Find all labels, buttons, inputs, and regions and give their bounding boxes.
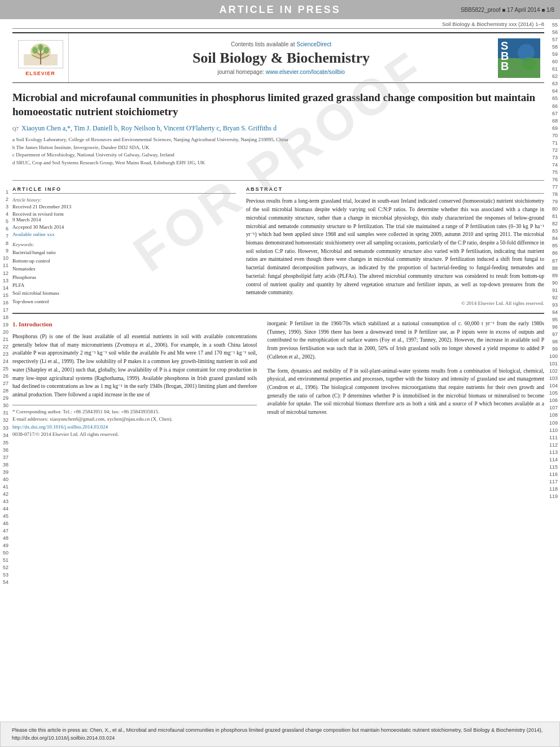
q7-marker: Q7 bbox=[12, 126, 19, 132]
sciencedirect-line: Contents lists available at ScienceDirec… bbox=[231, 41, 331, 47]
doi-line: Soil Biology & Biochemistry xxx (2014) 1… bbox=[12, 19, 544, 29]
intro-para-1: Phosphorus (P) is one of the least avail… bbox=[12, 333, 257, 399]
journal-logo-right: S B B bbox=[493, 33, 544, 82]
keyword-item: Nematodes bbox=[12, 265, 236, 273]
footnote-area: * Corresponding author. Tel.: +86 258439… bbox=[12, 405, 257, 439]
top-banner: ARTICLE IN PRESS SBB5822_proof ■ 17 Apri… bbox=[0, 0, 560, 19]
svg-point-8 bbox=[43, 47, 49, 54]
bottom-citation: Please cite this article in press as: Ch… bbox=[0, 722, 560, 747]
keyword-item: Top-down control bbox=[12, 298, 236, 305]
page: ARTICLE IN PRESS SBB5822_proof ■ 17 Apri… bbox=[0, 0, 560, 747]
affiliations: a Soil Ecology Laboratory, College of Re… bbox=[12, 136, 544, 167]
article-in-press-label: ARTICLE IN PRESS bbox=[219, 4, 340, 16]
keyword-item: Soil microbial biomass bbox=[12, 289, 236, 297]
keyword-item: PLFA bbox=[12, 281, 236, 289]
main-content: Soil Biology & Biochemistry xxx (2014) 1… bbox=[0, 19, 560, 722]
abstract-label: ABSTRACT bbox=[246, 186, 544, 194]
proof-info: SBB5822_proof ■ 17 April 2014 ■ 1/8 bbox=[461, 7, 554, 13]
sciencedirect-link[interactable]: ScienceDirect bbox=[296, 41, 331, 47]
footnote-corresponding: * Corresponding author. Tel.: +86 258439… bbox=[12, 408, 257, 416]
keywords-label: Keywords: bbox=[12, 242, 236, 247]
article-title-section: Microbial and microfaunal communities in… bbox=[12, 83, 544, 173]
sbb-logo: S B B bbox=[498, 38, 540, 78]
journal-center: Contents lists available at ScienceDirec… bbox=[69, 33, 493, 82]
abstract-col: ABSTRACT Previous results from a long-te… bbox=[246, 186, 544, 306]
journal-header: ELSEVIER Contents lists available at Sci… bbox=[12, 32, 544, 83]
journal-homepage-link[interactable]: www.elsevier.com/locate/soilbio bbox=[266, 69, 345, 75]
svg-text:B: B bbox=[501, 60, 509, 72]
body-col-left: 1. Introduction Phosphorus (P) is one of… bbox=[12, 320, 257, 439]
elsevier-logo-box bbox=[18, 40, 63, 68]
article-info-label: ARTICLE INFO bbox=[12, 186, 236, 194]
intro-heading: 1. Introduction bbox=[12, 320, 257, 329]
article-info-abstract: ARTICLE INFO Article history: Received 2… bbox=[12, 180, 544, 306]
received-value: Received 21 December 2013 bbox=[12, 204, 236, 209]
elsevier-text: ELSEVIER bbox=[25, 71, 55, 76]
authors-text: Xiaoyun Chen a,*, Tim J. Daniell b, Roy … bbox=[21, 124, 277, 132]
authors-line: Q7 Xiaoyun Chen a,*, Tim J. Daniell b, R… bbox=[12, 124, 544, 133]
svg-point-9 bbox=[38, 44, 43, 51]
journal-logo-left: ELSEVIER bbox=[12, 33, 69, 82]
body-section: 1. Introduction Phosphorus (P) is one of… bbox=[12, 313, 544, 439]
keyword-item: Bottom-up control bbox=[12, 257, 236, 265]
body-col-right: inorganic P fertiliser in the 1960/70s w… bbox=[267, 320, 544, 439]
received-revised-value: Received in revised form9 March 2014 bbox=[12, 211, 236, 222]
accepted-value: Accepted 30 March 2014 bbox=[12, 224, 236, 230]
copyright-line: © 2014 Elsevier Ltd. All rights reserved… bbox=[246, 300, 544, 306]
svg-point-16 bbox=[522, 57, 536, 71]
footnote-doi[interactable]: http://dx.doi.org/10.1016/j.soilbio.2014… bbox=[12, 423, 257, 431]
svg-point-7 bbox=[32, 47, 38, 54]
article-title: Microbial and microfaunal communities in… bbox=[12, 91, 544, 119]
keyword-list: Bacterial/fungal ratioBottom-up controlN… bbox=[12, 248, 236, 305]
journal-title: Soil Biology & Biochemistry bbox=[193, 50, 370, 67]
intro-para-right-2: The form, dynamics and mobility of P in … bbox=[267, 367, 544, 417]
footnote-email: E-mail addresses: xiaoyunchen6@gmail.com… bbox=[12, 416, 257, 423]
history-label: Article history: bbox=[12, 197, 236, 203]
keyword-item: Phosphorus bbox=[12, 273, 236, 281]
keyword-item: Bacterial/fungal ratio bbox=[12, 248, 236, 256]
article-info-col: ARTICLE INFO Article history: Received 2… bbox=[12, 186, 236, 306]
journal-homepage: journal homepage: www.elsevier.com/locat… bbox=[217, 69, 345, 75]
left-line-numbers: 1234567891011121314151617181920212223242… bbox=[0, 189, 10, 587]
intro-para-right-1: inorganic P fertiliser in the 1960/70s w… bbox=[267, 320, 544, 361]
available-value: Available online xxx bbox=[12, 231, 236, 237]
footnote-issn: 0038-0717/© 2014 Elsevier Ltd. All right… bbox=[12, 431, 257, 439]
abstract-text: Previous results from a long-term grassl… bbox=[246, 197, 544, 297]
